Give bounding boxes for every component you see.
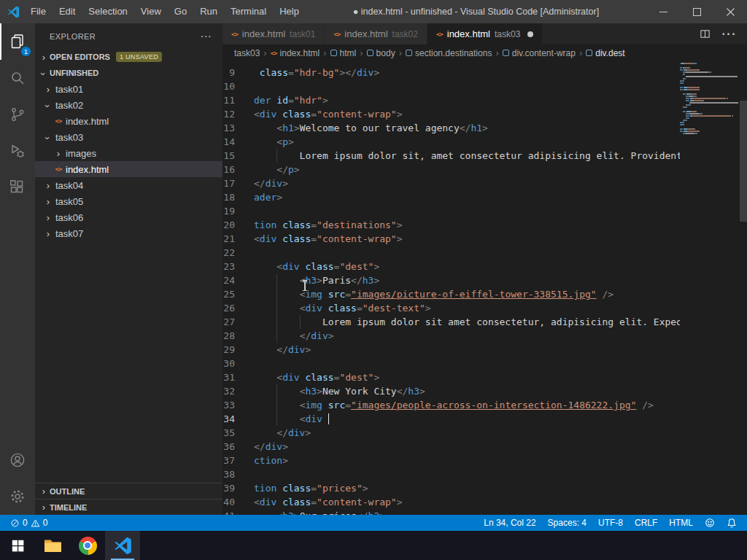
extensions-activity-button[interactable] (0, 169, 35, 206)
code-line-26[interactable]: 26 <div class="dest-text"> (222, 301, 747, 315)
code-line-36[interactable]: 36</div> (222, 440, 747, 454)
code-line-21[interactable]: 21<div class="content-wrap"> (222, 232, 747, 246)
breadcrumb-task03[interactable]: task03 (234, 48, 260, 58)
close-button[interactable] (713, 0, 747, 23)
open-editors-section[interactable]: › OPEN EDITORS 1 UNSAVED (35, 49, 222, 65)
status-feedback-icon[interactable] (699, 515, 721, 531)
code-line-25[interactable]: 25 <img src="images/picture-of-eiffel-to… (222, 287, 747, 301)
status-eol[interactable]: CRLF (629, 515, 663, 531)
code-line-12[interactable]: 12<div class="content-wrap"> (222, 107, 747, 121)
code-line-35[interactable]: 35 </div> (222, 426, 747, 440)
tree-folder-task01[interactable]: ›task01 (35, 81, 222, 97)
code-line-34[interactable]: 34 <div (222, 412, 747, 426)
vertical-scrollbar[interactable] (740, 101, 747, 222)
minimap[interactable] (680, 63, 738, 135)
menu-file[interactable]: File (24, 0, 53, 23)
tab-task03[interactable]: <>index.htmltask03 (427, 23, 543, 44)
menu-view[interactable]: View (134, 0, 168, 23)
search-activity-button[interactable] (0, 60, 35, 96)
code-line-31[interactable]: 31 <div class="dest"> (222, 370, 747, 384)
tree-folder-task02[interactable]: ›task02 (35, 97, 222, 113)
code-line-32[interactable]: 32 <h3>New York City</h3> (222, 384, 747, 398)
code-line-15[interactable]: 15 Lorem ipsum dolor sit, amet consectet… (222, 149, 747, 163)
taskbar-windows-start-button[interactable] (0, 531, 35, 560)
menu-edit[interactable]: Edit (53, 0, 82, 23)
code-line-22[interactable]: 22 (222, 246, 747, 260)
code-line-13[interactable]: 13 <h1>Welcome to our travel agency</h1> (222, 121, 747, 135)
chevron-right-icon: › (38, 52, 50, 63)
code-line-30[interactable]: 30 (222, 357, 747, 370)
tree-file-index.html[interactable]: <>index.html (35, 161, 222, 177)
settings-gear-activity-button[interactable] (0, 478, 35, 515)
code-line-28[interactable]: 28 </div> (222, 329, 747, 343)
status-language-mode[interactable]: HTML (663, 515, 699, 531)
menu-terminal[interactable]: Terminal (224, 0, 273, 23)
more-actions-icon[interactable]: ··· (201, 32, 213, 41)
tree-folder-task04[interactable]: ›task04 (35, 177, 222, 193)
code-line-27[interactable]: 27 Lorem ipsum dolor sit amet consectetu… (222, 315, 747, 329)
more-actions-icon[interactable]: ··· (722, 28, 737, 41)
tab-task01[interactable]: <>index.htmltask01 (222, 23, 325, 44)
code-line-16[interactable]: 16 </p> (222, 163, 747, 176)
code-line-19[interactable]: 19 (222, 204, 747, 218)
problems-errors[interactable]: 0 0 (4, 515, 53, 531)
code-line-38[interactable]: 38 (222, 467, 747, 481)
tree-folder-task07[interactable]: ›task07 (35, 225, 222, 241)
breadcrumb-index-html[interactable]: <>index.html (271, 48, 320, 58)
breadcrumb-div-dest[interactable]: div.dest (586, 48, 624, 58)
code-line-14[interactable]: 14 <p> (222, 135, 747, 149)
taskbar-vscode-button[interactable] (105, 531, 140, 560)
tree-folder-task03[interactable]: ›task03 (35, 129, 222, 145)
taskbar-chrome-button[interactable] (70, 531, 105, 560)
code-line-33[interactable]: 33 <img src="images/people-across-on-int… (222, 398, 747, 412)
account-icon (9, 451, 26, 469)
code-line-37[interactable]: 37ction> (222, 454, 747, 467)
code-line-40[interactable]: 40<div class="content-wrap"> (222, 495, 747, 509)
tree-folder-images[interactable]: ›images (35, 145, 222, 161)
account-activity-button[interactable] (0, 442, 35, 478)
code-line-41[interactable]: 41 <h3>Our prices</h3> (222, 509, 747, 515)
code-line-23[interactable]: 23 <div class="dest"> (222, 260, 747, 273)
code-line-11[interactable]: 11der id="hdr"> (222, 93, 747, 107)
modified-dot-icon[interactable] (527, 31, 533, 37)
maximize-button[interactable] (680, 0, 713, 23)
outline-section[interactable]: › OUTLINE (35, 483, 222, 499)
files-activity-button[interactable]: 1 (0, 23, 35, 60)
breadcrumb-body[interactable]: body (367, 48, 395, 58)
breadcrumb-html[interactable]: html (330, 48, 357, 58)
breadcrumb-section-destinations[interactable]: section.destinations (406, 48, 492, 58)
status-encoding[interactable]: UTF-8 (592, 515, 629, 531)
code-line-20[interactable]: 20tion class="destinations"> (222, 218, 747, 232)
code-line-29[interactable]: 29 </div> (222, 343, 747, 357)
run-debug-activity-button[interactable] (0, 133, 35, 169)
symbol-element-icon (367, 50, 374, 56)
code-line-24[interactable]: 24 <h3>Paris</h3> (222, 273, 747, 287)
code-line-17[interactable]: 17</div> (222, 176, 747, 190)
folder-section-header[interactable]: › UNFINISHED (35, 65, 222, 81)
breadcrumb-label: section.destinations (415, 48, 492, 58)
split-editor-icon[interactable] (700, 28, 711, 39)
code-line-10[interactable]: 10 (222, 79, 747, 93)
timeline-section[interactable]: › TIMELINE (35, 499, 222, 515)
tree-folder-task05[interactable]: ›task05 (35, 193, 222, 209)
tree-folder-task06[interactable]: ›task06 (35, 209, 222, 225)
status-bell-icon[interactable] (721, 515, 743, 531)
menu-help[interactable]: Help (273, 0, 306, 23)
status-cursor-position[interactable]: Ln 34, Col 22 (478, 515, 541, 531)
minimize-button[interactable] (646, 0, 680, 23)
status-indentation[interactable]: Spaces: 4 (542, 515, 592, 531)
code-line-18[interactable]: 18ader> (222, 190, 747, 204)
tab-task02[interactable]: <>index.htmltask02 (325, 23, 427, 44)
menu-run[interactable]: Run (193, 0, 224, 23)
breadcrumb-label: div.dest (595, 48, 624, 58)
code-line-39[interactable]: 39tion class="prices"> (222, 481, 747, 495)
code-line-9[interactable]: 9 class="hdr-bg"></div> (222, 66, 747, 79)
tree-file-index.html[interactable]: <>index.html (35, 113, 222, 129)
source-control-activity-button[interactable] (0, 96, 35, 133)
menu-selection[interactable]: Selection (82, 0, 133, 23)
taskbar-file-explorer-button[interactable] (35, 531, 70, 560)
text-cursor (328, 413, 330, 424)
code-editor[interactable]: 9 class="hdr-bg"></div>1011der id="hdr">… (222, 61, 747, 515)
menu-go[interactable]: Go (168, 0, 193, 23)
breadcrumb-div-content-wrap[interactable]: div.content-wrap (503, 48, 576, 58)
